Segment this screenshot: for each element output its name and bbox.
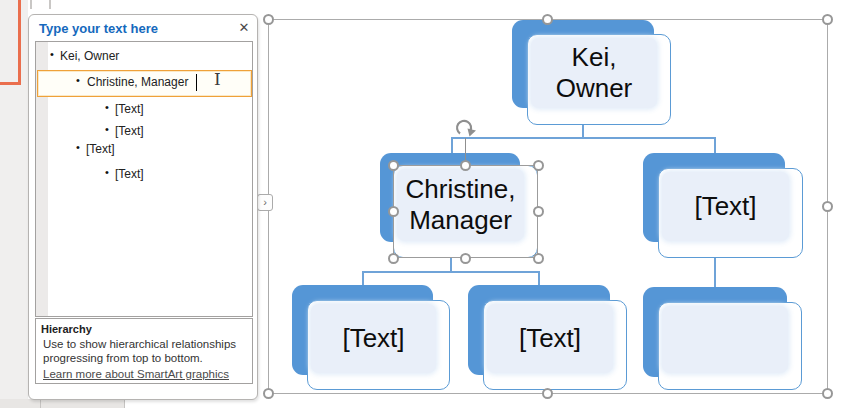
- bullet-icon: •: [50, 48, 54, 60]
- shape-handle-bottom-left[interactable]: [388, 253, 399, 264]
- connector-level2-bus: [451, 137, 716, 139]
- shape-handle-top-left[interactable]: [388, 160, 399, 171]
- text-cursor-icon: I: [214, 69, 221, 89]
- shape-handle-left-middle[interactable]: [388, 206, 399, 217]
- shape-handle-right-middle[interactable]: [533, 206, 544, 217]
- text-pane-title: Type your text here: [39, 21, 158, 36]
- layout-description: Use to show hierarchical relationships p…: [43, 338, 243, 365]
- outline-list: • Kei, Owner • Christine, Manager I • [T…: [35, 41, 253, 317]
- outline-item-label: Christine, Manager: [87, 75, 188, 89]
- outline-item-level3[interactable]: • [Text]: [36, 165, 250, 183]
- node-child1-label: [Text]: [311, 323, 436, 354]
- node-child2[interactable]: [Text]: [483, 300, 627, 390]
- outline-item-label: [Text]: [115, 167, 144, 181]
- node-child3[interactable]: [658, 302, 802, 390]
- slide-placeholder-edge-corner: [0, 82, 21, 85]
- node-root-label: Kei, Owner: [531, 42, 657, 104]
- layout-name: Hierarchy: [41, 323, 92, 335]
- node-child2-label: [Text]: [487, 323, 613, 354]
- layout-info-panel: Hierarchy Use to show hierarchical relat…: [35, 318, 253, 384]
- frame-handle-top-right[interactable]: [822, 14, 833, 25]
- node-root[interactable]: Kei, Owner: [527, 34, 671, 125]
- node-child1-fill: [Text]: [311, 304, 436, 373]
- frame-handle-right-middle[interactable]: [822, 201, 833, 212]
- connector-to-manager: [451, 138, 453, 154]
- shape-handle-top-right[interactable]: [533, 160, 544, 171]
- shape-handle-bottom-right[interactable]: [533, 253, 544, 264]
- frame-handle-bottom-left[interactable]: [263, 388, 274, 399]
- rotate-icon[interactable]: [454, 117, 478, 141]
- shape-handle-bottom-center[interactable]: [460, 253, 471, 264]
- background-divider: [124, 399, 125, 408]
- node-sibling[interactable]: [Text]: [658, 168, 803, 258]
- bullet-icon: •: [105, 166, 109, 178]
- outline-item-label: Kei, Owner: [60, 49, 119, 63]
- chevron-right-icon: ›: [263, 196, 267, 208]
- learn-more-link[interactable]: Learn more about SmartArt graphics: [43, 368, 229, 380]
- node-sibling-label: [Text]: [662, 191, 789, 222]
- outline-item-level2[interactable]: • [Text]: [36, 140, 250, 158]
- node-child1[interactable]: [Text]: [307, 300, 450, 390]
- bullet-icon: •: [76, 141, 80, 153]
- shape-selection-outline: [393, 165, 538, 258]
- background-block: [0, 399, 125, 408]
- smartart-editor: { "colors": { "accent_blue": "#5596d6", …: [0, 0, 842, 408]
- outline-item-level3[interactable]: • [Text]: [36, 100, 250, 118]
- close-icon[interactable]: ✕: [235, 19, 253, 37]
- app-background-strip: [0, 0, 28, 408]
- frame-handle-bottom-right[interactable]: [822, 388, 833, 399]
- text-caret: [196, 74, 197, 91]
- background-divider: [40, 399, 41, 408]
- background-tick: [49, 0, 51, 9]
- text-pane-toggle-button[interactable]: ›: [257, 194, 273, 211]
- shape-handle-top-center[interactable]: [460, 160, 471, 171]
- node-sibling-fill: [Text]: [662, 172, 789, 241]
- connector-to-child1: [362, 272, 364, 286]
- node-root-fill: Kei, Owner: [531, 38, 657, 108]
- bullet-icon: •: [105, 123, 109, 135]
- outline-item-level1[interactable]: • Kei, Owner: [36, 47, 250, 65]
- background-tick: [30, 0, 32, 9]
- node-child2-fill: [Text]: [487, 304, 613, 373]
- connector-level3-bus: [362, 271, 540, 273]
- connector-to-child2: [538, 272, 540, 286]
- text-pane: Type your text here ✕ • Kei, Owner • Chr…: [28, 14, 258, 400]
- frame-handle-bottom-center[interactable]: [542, 388, 553, 399]
- outline-item-label: [Text]: [115, 124, 144, 138]
- bullet-icon: •: [105, 101, 109, 113]
- node-child3-fill: [662, 306, 788, 373]
- bullet-icon: •: [76, 74, 80, 86]
- outline-item-label: [Text]: [115, 102, 144, 116]
- slide-placeholder-edge: [18, 0, 21, 84]
- outline-item-label: [Text]: [86, 142, 115, 156]
- frame-handle-top-left[interactable]: [263, 14, 274, 25]
- frame-handle-top-center[interactable]: [542, 14, 553, 25]
- outline-item-level3[interactable]: • [Text]: [36, 122, 250, 140]
